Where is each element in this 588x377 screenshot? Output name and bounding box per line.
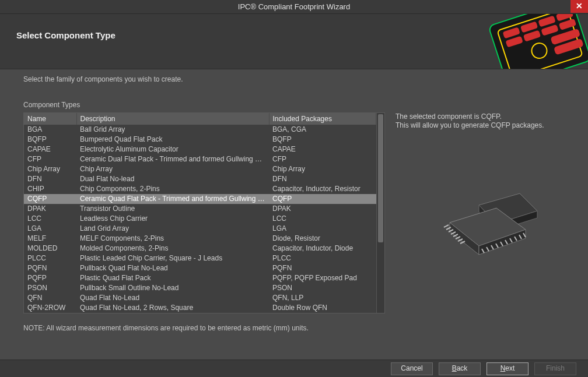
vertical-scrollbar[interactable]: [376, 113, 384, 313]
table-cell: DPAK: [269, 204, 376, 214]
instruction-text: Select the family of components you wish…: [23, 75, 574, 83]
table-cell: LGA: [24, 224, 76, 234]
finish-button: Finish: [534, 362, 576, 375]
table-cell: DPAK: [24, 204, 76, 214]
table-cell: CAPAE: [24, 145, 76, 154]
cancel-button[interactable]: Cancel: [391, 362, 433, 375]
table-cell: PQFN: [24, 263, 76, 273]
table-row[interactable]: CHIPChip Components, 2-PinsCapacitor, In…: [24, 184, 376, 194]
table-cell: PQFP, PQFP Exposed Pad: [269, 273, 376, 283]
column-header-name[interactable]: Name: [24, 113, 76, 125]
table-cell: Plastic Quad Flat Pack: [76, 273, 269, 283]
table-cell: BGA, CGA: [269, 125, 376, 135]
table-cell: Leadless Chip Carrier: [76, 214, 269, 224]
table-cell: MELF Components, 2-Pins: [76, 234, 269, 244]
table-cell: Transistor Outline: [76, 204, 269, 214]
page-title: Select Component Type: [16, 30, 116, 40]
table-cell: QFN, LLP: [269, 293, 376, 303]
table-row[interactable]: LGALand Grid ArrayLGA: [24, 224, 376, 234]
table-cell: Pullback Small Outline No-Lead: [76, 283, 269, 293]
table-row[interactable]: PSONPullback Small Outline No-LeadPSON: [24, 283, 376, 293]
table-cell: PLCC: [24, 253, 76, 263]
content-area: Select the family of components you wish…: [0, 69, 588, 358]
table-cell: Chip Array: [24, 164, 76, 174]
table-cell: Electrolytic Aluminum Capacitor: [76, 145, 269, 154]
component-preview-image: [396, 188, 574, 269]
next-button[interactable]: Next: [487, 362, 528, 375]
table-cell: LCC: [24, 214, 76, 224]
table-cell: Land Grid Array: [76, 224, 269, 234]
table-cell: PQFN: [269, 263, 376, 273]
scrollbar-thumb[interactable]: [378, 114, 383, 242]
back-button[interactable]: Back: [439, 362, 481, 375]
table-row[interactable]: DPAKTransistor OutlineDPAK: [24, 204, 376, 214]
column-header-description[interactable]: Description: [76, 113, 269, 125]
table-row[interactable]: QFNQuad Flat No-LeadQFN, LLP: [24, 293, 376, 303]
table-cell: PLCC: [269, 253, 376, 263]
table-row[interactable]: CQFPCeramic Quad Flat Pack - Trimmed and…: [24, 194, 376, 204]
table-cell: DFN: [24, 174, 76, 184]
table-cell: Pullback Quad Flat No-Lead: [76, 263, 269, 273]
table-cell: Chip Array: [76, 164, 269, 174]
table-row[interactable]: BQFPBumpered Quad Flat PackBQFP: [24, 135, 376, 145]
table-row[interactable]: DFNDual Flat No-leadDFN: [24, 174, 376, 184]
table-row[interactable]: PQFNPullback Quad Flat No-LeadPQFN: [24, 263, 376, 273]
section-label: Component Types: [23, 101, 574, 109]
table-cell: Capacitor, Inductor, Resistor: [269, 184, 376, 194]
svg-line-19: [444, 225, 449, 227]
table-cell: PSON: [269, 283, 376, 293]
table-cell: Capacitor, Inductor, Diode: [269, 244, 376, 253]
column-header-packages[interactable]: Included Packages: [269, 113, 376, 125]
table-cell: DFN: [269, 174, 376, 184]
table-cell: LGA: [269, 224, 376, 234]
header-illustration: [454, 14, 588, 69]
table-cell: PQFP: [24, 273, 76, 283]
table-cell: Quad Flat No-Lead, 2 Rows, Square: [76, 303, 269, 313]
table-row[interactable]: PQFPPlastic Quad Flat PackPQFP, PQFP Exp…: [24, 273, 376, 283]
table-row[interactable]: LCCLeadless Chip CarrierLCC: [24, 214, 376, 224]
table-row[interactable]: CFPCeramic Dual Flat Pack - Trimmed and …: [24, 154, 376, 164]
table-cell: Chip Array: [269, 164, 376, 174]
selection-summary-line2: This will allow you to generate CQFP pac…: [396, 121, 574, 129]
table-cell: Molded Components, 2-Pins: [76, 244, 269, 253]
table-cell: CQFP: [269, 194, 376, 204]
table-row[interactable]: Chip ArrayChip ArrayChip Array: [24, 164, 376, 174]
table-cell: MOLDED: [24, 244, 76, 253]
table-cell: Chip Components, 2-Pins: [76, 184, 269, 194]
table-cell: Double Row QFN: [269, 303, 376, 313]
table-cell: QFN: [24, 293, 76, 303]
table-row[interactable]: PLCCPlastic Leaded Chip Carrier, Square …: [24, 253, 376, 263]
table-cell: QFN-2ROW: [24, 303, 76, 313]
wizard-footer: Cancel Back Next Finish: [0, 360, 588, 377]
table-cell: Ceramic Quad Flat Pack - Trimmed and for…: [76, 194, 269, 204]
table-cell: BQFP: [269, 135, 376, 145]
table-cell: Ball Grid Array: [76, 125, 269, 135]
table-cell: Diode, Resistor: [269, 234, 376, 244]
table-cell: LCC: [269, 214, 376, 224]
table-cell: Ceramic Dual Flat Pack - Trimmed and for…: [76, 154, 269, 164]
table-cell: CHIP: [24, 184, 76, 194]
table-row[interactable]: BGABall Grid ArrayBGA, CGA: [24, 125, 376, 135]
table-row[interactable]: CAPAEElectrolytic Aluminum CapacitorCAPA…: [24, 145, 376, 154]
close-button[interactable]: ✕: [570, 0, 588, 13]
table-cell: MELF: [24, 234, 76, 244]
component-types-table[interactable]: Name Description Included Packages BGABa…: [23, 112, 385, 313]
table-cell: Bumpered Quad Flat Pack: [76, 135, 269, 145]
table-cell: BGA: [24, 125, 76, 135]
wizard-header: Select Component Type: [0, 14, 588, 69]
table-row[interactable]: MELFMELF Components, 2-PinsDiode, Resist…: [24, 234, 376, 244]
table-cell: Dual Flat No-lead: [76, 174, 269, 184]
table-row[interactable]: QFN-2ROWQuad Flat No-Lead, 2 Rows, Squar…: [24, 303, 376, 313]
table-row[interactable]: MOLDEDMolded Components, 2-PinsCapacitor…: [24, 244, 376, 253]
table-header-row[interactable]: Name Description Included Packages: [24, 113, 376, 125]
table-cell: CQFP: [24, 194, 76, 204]
table-cell: CAPAE: [269, 145, 376, 154]
table-cell: CFP: [24, 154, 76, 164]
note-text: NOTE: All wizard measurement dimensions …: [23, 324, 574, 332]
table-cell: Quad Flat No-Lead: [76, 293, 269, 303]
table-cell: Plastic Leaded Chip Carrier, Square - J …: [76, 253, 269, 263]
selection-info-panel: The selected component is CQFP. This wil…: [396, 112, 574, 313]
window-title: IPC® Compliant Footprint Wizard: [238, 2, 350, 11]
table-cell: BQFP: [24, 135, 76, 145]
titlebar: IPC® Compliant Footprint Wizard ✕: [0, 0, 588, 14]
